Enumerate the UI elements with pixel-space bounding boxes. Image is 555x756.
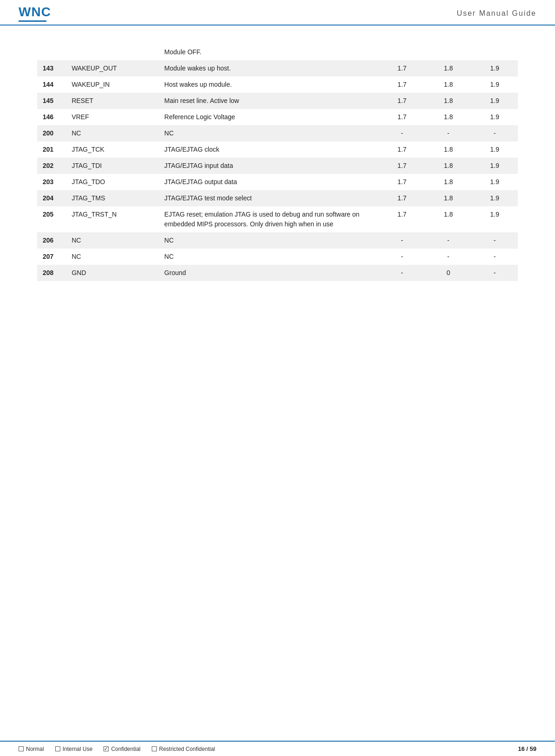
row-v1: 1.7: [379, 190, 425, 206]
row-v2: 1.8: [425, 141, 471, 158]
row-v3: 1.9: [471, 77, 518, 93]
row-number: 205: [37, 206, 66, 232]
row-v2: -: [425, 249, 471, 265]
row-signal-name: [66, 44, 159, 60]
page-footer: NormalInternal UseConfidentialRestricted…: [0, 741, 555, 756]
row-description: JTAG/EJTAG output data: [159, 174, 379, 190]
row-description: Reference Logic Voltage: [159, 109, 379, 125]
row-v1: 1.7: [379, 141, 425, 158]
row-description: EJTAG reset; emulation JTAG is used to d…: [159, 206, 379, 232]
row-v3: 1.9: [471, 206, 518, 232]
footer-classification-item: Internal Use: [55, 746, 93, 752]
row-signal-name: JTAG_TMS: [66, 190, 159, 206]
row-number: 144: [37, 77, 66, 93]
document-title: User Manual Guide: [457, 9, 536, 18]
row-v3: 1.9: [471, 141, 518, 158]
row-v2: 1.8: [425, 174, 471, 190]
footer-classification-item: Restricted Confidential: [152, 746, 215, 752]
classification-checkbox: [152, 746, 157, 751]
row-description: Module wakes up host.: [159, 60, 379, 77]
logo-underline: [19, 20, 46, 22]
row-signal-name: JTAG_TDO: [66, 174, 159, 190]
row-number: 145: [37, 93, 66, 109]
row-signal-name: JTAG_TRST_N: [66, 206, 159, 232]
table-row: Module OFF.: [37, 44, 518, 60]
table-row: 144WAKEUP_INHost wakes up module.1.71.81…: [37, 77, 518, 93]
logo-text: WNC: [19, 5, 51, 19]
row-v1: -: [379, 125, 425, 141]
row-v1: 1.7: [379, 174, 425, 190]
classification-label: Normal: [26, 746, 44, 752]
row-signal-name: WAKEUP_OUT: [66, 60, 159, 77]
table-row: 145RESETMain reset line. Active low1.71.…: [37, 93, 518, 109]
row-description: NC: [159, 249, 379, 265]
row-number: 146: [37, 109, 66, 125]
row-number: 203: [37, 174, 66, 190]
row-number: 200: [37, 125, 66, 141]
main-content: Module OFF.143WAKEUP_OUTModule wakes up …: [0, 26, 555, 300]
row-v2: 1.8: [425, 158, 471, 174]
table-row: 208GNDGround-0-: [37, 265, 518, 281]
row-v2: -: [425, 232, 471, 249]
table-row: 146VREFReference Logic Voltage1.71.81.9: [37, 109, 518, 125]
page-number: 16 / 59: [518, 745, 536, 752]
row-number: 208: [37, 265, 66, 281]
row-signal-name: NC: [66, 232, 159, 249]
row-number: 201: [37, 141, 66, 158]
row-signal-name: GND: [66, 265, 159, 281]
row-v2: -: [425, 125, 471, 141]
row-signal-name: JTAG_TCK: [66, 141, 159, 158]
table-row: 206NCNC---: [37, 232, 518, 249]
row-number: 206: [37, 232, 66, 249]
row-v3: -: [471, 249, 518, 265]
row-v1: 1.7: [379, 206, 425, 232]
row-v2: [425, 44, 471, 60]
row-signal-name: NC: [66, 125, 159, 141]
table-row: 207NCNC---: [37, 249, 518, 265]
classification-label: Confidential: [111, 746, 140, 752]
row-v1: -: [379, 265, 425, 281]
row-v3: 1.9: [471, 60, 518, 77]
row-v1: 1.7: [379, 158, 425, 174]
row-v3: 1.9: [471, 93, 518, 109]
row-v3: 1.9: [471, 158, 518, 174]
row-description: NC: [159, 232, 379, 249]
footer-classification-item: Normal: [19, 746, 44, 752]
table-row: 200NCNC---: [37, 125, 518, 141]
row-description: Module OFF.: [159, 44, 379, 60]
classification-checkbox: [19, 746, 24, 751]
classification-label: Restricted Confidential: [159, 746, 215, 752]
row-number: 204: [37, 190, 66, 206]
row-v2: 1.8: [425, 206, 471, 232]
row-signal-name: JTAG_TDI: [66, 158, 159, 174]
classification-checkbox: [55, 746, 60, 751]
row-v3: [471, 44, 518, 60]
row-v1: 1.7: [379, 60, 425, 77]
row-v1: -: [379, 232, 425, 249]
row-v1: 1.7: [379, 93, 425, 109]
row-number: 207: [37, 249, 66, 265]
row-v1: 1.7: [379, 109, 425, 125]
row-description: Main reset line. Active low: [159, 93, 379, 109]
data-table: Module OFF.143WAKEUP_OUTModule wakes up …: [37, 44, 518, 281]
row-number: 202: [37, 158, 66, 174]
row-v3: -: [471, 125, 518, 141]
row-v1: 1.7: [379, 77, 425, 93]
row-signal-name: RESET: [66, 93, 159, 109]
row-description: Host wakes up module.: [159, 77, 379, 93]
row-v2: 1.8: [425, 77, 471, 93]
row-v2: 1.8: [425, 60, 471, 77]
table-row: 204JTAG_TMSJTAG/EJTAG test mode select1.…: [37, 190, 518, 206]
table-row: 143WAKEUP_OUTModule wakes up host.1.71.8…: [37, 60, 518, 77]
row-v3: 1.9: [471, 109, 518, 125]
row-v3: 1.9: [471, 174, 518, 190]
page-header: WNC User Manual Guide: [0, 0, 555, 26]
row-v2: 1.8: [425, 109, 471, 125]
footer-classification: NormalInternal UseConfidentialRestricted…: [19, 746, 215, 752]
footer-classification-item: Confidential: [103, 746, 140, 752]
row-number: 143: [37, 60, 66, 77]
table-row: 202JTAG_TDIJTAG/EJTAG input data1.71.81.…: [37, 158, 518, 174]
row-description: NC: [159, 125, 379, 141]
row-description: JTAG/EJTAG clock: [159, 141, 379, 158]
row-description: JTAG/EJTAG input data: [159, 158, 379, 174]
